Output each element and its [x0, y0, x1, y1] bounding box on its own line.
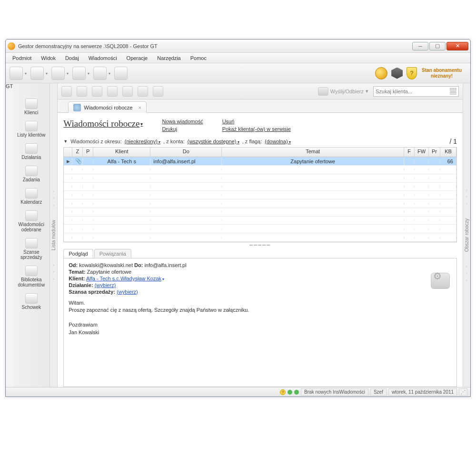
nav-szanse-sprzedazy[interactable]: Szanse sprzedaży — [15, 236, 48, 263]
menu-widok[interactable]: Widok — [37, 54, 60, 62]
filter-period[interactable]: (nieokreślony) — [125, 139, 160, 144]
cell-p — [83, 160, 93, 162]
grid-header: Z P Klient Do Temat F FW Pr KB — [64, 148, 456, 157]
tool-icon-7[interactable] — [153, 86, 163, 97]
preview-action-line: Działanie: (wybierz) — [69, 282, 452, 288]
cell-temat: Zapytanie ofertowe — [222, 158, 404, 165]
col-marker[interactable] — [64, 148, 72, 157]
col-fw[interactable]: FW — [415, 148, 429, 157]
maximize-button[interactable]: ▢ — [429, 42, 446, 50]
action-select-link[interactable]: (wybierz) — [95, 282, 116, 288]
client-lists-icon — [25, 121, 38, 131]
tool-icon-5[interactable] — [122, 86, 133, 97]
cell-f — [404, 160, 415, 162]
col-z[interactable]: Z — [72, 148, 83, 157]
nav-wiadomosci-odebrane[interactable]: Wiadomości odebrane — [15, 208, 48, 235]
send-receive-button[interactable]: Wyślij/Odbierz ▾ — [313, 87, 373, 96]
status-dot-icon — [294, 390, 299, 395]
menu-podmiot[interactable]: Podmiot — [9, 54, 35, 62]
col-klient[interactable]: Klient — [93, 148, 150, 157]
tool-icon-2[interactable] — [77, 86, 87, 97]
status-bar: ? Brak nowych InsWiadomości Szef wtorek,… — [6, 387, 470, 397]
page-heading[interactable]: Wiadomości robocze▾ — [63, 119, 143, 129]
chevron-right-icon: ››› — [53, 262, 54, 282]
grid-row[interactable] — [64, 166, 456, 174]
actions-icon — [25, 143, 38, 154]
col-pr[interactable]: Pr — [429, 148, 440, 157]
tab-wiadomosci-robocze[interactable]: Wiadomości robocze × — [68, 101, 147, 113]
body-area: GT Klienci Listy klientów Działania Zada… — [6, 83, 470, 387]
chevron-down-icon[interactable]: ▾ — [161, 277, 164, 281]
menu-narzedzia[interactable]: Narzędzia — [153, 54, 185, 62]
globe-icon[interactable] — [375, 67, 387, 79]
toolbar-send-icon[interactable] — [10, 67, 23, 80]
grid-row[interactable] — [64, 225, 456, 233]
minimize-button[interactable]: ─ — [412, 42, 428, 50]
library-icon — [25, 266, 38, 276]
cube-icon[interactable] — [391, 68, 403, 79]
toolbar-book-icon[interactable] — [93, 67, 107, 80]
close-button[interactable]: ✕ — [446, 42, 468, 50]
splitter-handle[interactable]: ▬▬▬▬▬ — [63, 242, 457, 246]
list-icon[interactable] — [450, 88, 456, 95]
opportunity-select-link[interactable]: (wybierz) — [117, 289, 138, 295]
link-delete[interactable]: Usuń — [222, 119, 291, 124]
nav-kalendarz[interactable]: Kalendarz — [15, 186, 48, 208]
nav-zadania[interactable]: Zadania — [15, 164, 48, 185]
col-p[interactable]: P — [83, 148, 93, 157]
grid-row[interactable] — [64, 199, 456, 208]
col-f[interactable]: F — [404, 148, 415, 157]
shield-help-icon[interactable]: ? — [407, 67, 417, 79]
toolbar-tag-icon[interactable] — [72, 67, 86, 80]
nav-listy-klientow[interactable]: Listy klientów — [15, 119, 48, 140]
menu-dodaj[interactable]: Dodaj — [61, 54, 83, 62]
tool-icon-6[interactable] — [138, 86, 148, 97]
grid-row[interactable] — [64, 233, 456, 242]
clients-icon — [25, 99, 38, 109]
client-search-box[interactable] — [373, 86, 459, 97]
preview-subject-line: Temat: Zapytanie ofertowe — [69, 269, 452, 275]
nav-dzialania[interactable]: Działania — [15, 141, 48, 163]
tab-close-icon[interactable]: × — [138, 105, 141, 110]
tab-podglad[interactable]: Podgląd — [63, 249, 93, 258]
grid-row[interactable] — [64, 183, 456, 191]
resize-grip-icon[interactable]: ⋰ — [459, 388, 467, 396]
nav-biblioteka-dokumentow[interactable]: Biblioteka dokumentów — [15, 264, 48, 290]
left-collapse-strip[interactable]: ››› Lista modułów ››› — [50, 83, 58, 387]
tool-icon-4[interactable] — [107, 86, 118, 97]
grid-row[interactable] — [64, 174, 456, 183]
col-do[interactable]: Do — [150, 148, 222, 157]
grid-row[interactable] — [64, 191, 456, 199]
filter-flag[interactable]: (dowolna) — [265, 139, 291, 144]
client-link[interactable]: Alfa - Tech s.c.Władysław Kozak — [86, 276, 161, 281]
nav-schowek[interactable]: Schowek — [15, 291, 48, 313]
toolbar-user-icon[interactable] — [30, 67, 44, 80]
left-navigation: Klienci Listy klientów Działania Zadania… — [13, 83, 50, 387]
heading-row: Wiadomości robocze▾ Nowa wiadomość Usuń … — [63, 117, 457, 135]
client-search-input[interactable] — [376, 89, 450, 94]
menu-operacje[interactable]: Operacje — [123, 54, 152, 62]
col-kb[interactable]: KB — [440, 148, 456, 157]
preview-from-line: Od: kowalski@kowalski.net Do: info@alfa.… — [69, 262, 452, 268]
menu-pomoc[interactable]: Pomoc — [187, 54, 210, 62]
link-print[interactable]: Drukuj — [162, 126, 203, 132]
grid-row[interactable]: ▶ 📎 Alfa - Tech s info@alfa.insert.pl Za… — [64, 157, 456, 166]
chevron-down-icon[interactable]: ▼ — [63, 139, 68, 144]
grid-row[interactable] — [64, 208, 456, 217]
nav-klienci[interactable]: Klienci — [15, 97, 48, 118]
col-temat[interactable]: Temat — [222, 148, 404, 157]
filter-account[interactable]: (wszystkie dostępne) — [188, 139, 239, 144]
toolbar-note-icon[interactable] — [51, 67, 65, 80]
settings-gear-icon[interactable] — [431, 273, 450, 289]
menu-wiadomosci[interactable]: Wiadomości — [85, 54, 121, 62]
toolbar-print-icon[interactable] — [114, 67, 128, 80]
preview-tabs: Podgląd Powiązania — [63, 246, 457, 258]
grid-row[interactable] — [64, 217, 456, 225]
link-show-clients[interactable]: Pokaż klienta(-ów) w serwisie — [222, 126, 291, 132]
tool-icon-1[interactable] — [61, 86, 72, 97]
help-icon[interactable]: ? — [280, 389, 286, 395]
link-new-message[interactable]: Nowa wiadomość — [162, 119, 203, 124]
tool-icon-3[interactable] — [92, 86, 102, 97]
tab-powiazania[interactable]: Powiązania — [94, 249, 131, 258]
right-collapse-strip[interactable]: ››› Obszar roboczy ››› — [463, 83, 470, 387]
